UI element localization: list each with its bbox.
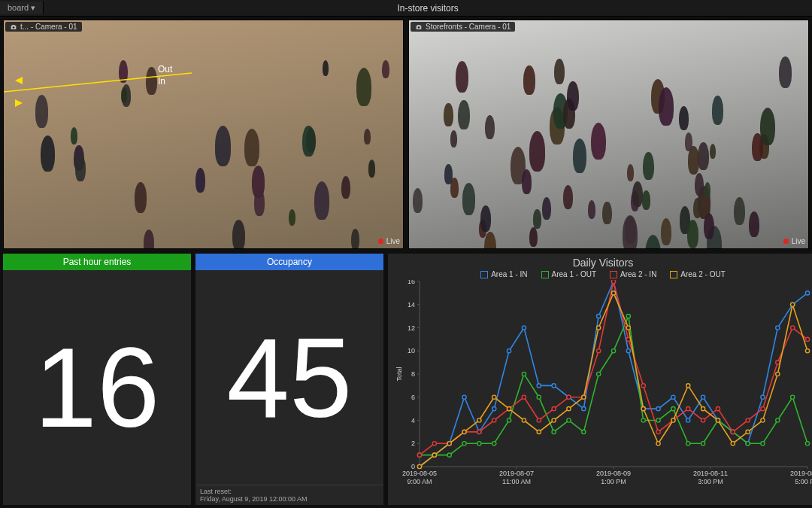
tripline-in-label: In xyxy=(158,76,165,87)
svg-point-75 xyxy=(522,372,526,376)
svg-point-114 xyxy=(701,418,704,422)
svg-point-132 xyxy=(567,407,571,411)
svg-point-86 xyxy=(686,442,690,446)
tile-occupancy-header: Occupancy xyxy=(195,254,383,270)
svg-point-136 xyxy=(626,326,630,330)
svg-point-59 xyxy=(686,418,690,422)
svg-point-50 xyxy=(552,384,556,388)
legend-item[interactable]: Area 1 - OUT xyxy=(541,270,596,278)
svg-point-77 xyxy=(552,430,556,433)
svg-point-148 xyxy=(805,349,809,353)
tile-occupancy: Occupancy 45 Last reset: Friday, August … xyxy=(195,254,383,505)
svg-point-124 xyxy=(447,442,451,446)
svg-point-141 xyxy=(701,407,704,411)
tile-entries-value: 16 xyxy=(3,270,191,505)
camera-feed-1[interactable]: t... - Camera - 01 Out In Live xyxy=(3,20,404,249)
svg-point-94 xyxy=(805,442,809,446)
svg-point-99 xyxy=(477,430,481,433)
legend-label: Area 2 - OUT xyxy=(680,270,725,278)
camera-2-live-badge: Live xyxy=(783,237,805,245)
svg-point-110 xyxy=(641,384,645,388)
svg-point-129 xyxy=(522,418,526,422)
svg-point-44 xyxy=(462,395,466,399)
svg-point-117 xyxy=(746,418,750,422)
svg-point-125 xyxy=(462,430,466,433)
last-reset-label: Last reset: xyxy=(200,488,379,495)
svg-point-84 xyxy=(656,418,660,422)
top-bar: board ▾ In-store visitors xyxy=(0,0,812,17)
svg-point-113 xyxy=(686,407,690,411)
page-title: In-store visitors xyxy=(44,3,812,14)
svg-point-85 xyxy=(671,407,675,411)
svg-point-87 xyxy=(701,442,704,446)
legend-item[interactable]: Area 2 - IN xyxy=(610,270,656,278)
svg-point-133 xyxy=(582,395,586,399)
tile-occupancy-value: 45 xyxy=(195,270,383,485)
svg-marker-3 xyxy=(15,77,23,84)
dashboard-tab[interactable]: board ▾ xyxy=(0,2,44,14)
svg-point-120 xyxy=(791,326,795,330)
svg-point-121 xyxy=(805,337,809,341)
svg-text:10: 10 xyxy=(408,347,415,354)
legend-item[interactable]: Area 2 - OUT xyxy=(670,270,725,278)
svg-point-52 xyxy=(582,407,586,411)
svg-point-126 xyxy=(477,418,481,422)
svg-text:9:00 AM: 9:00 AM xyxy=(407,478,432,485)
svg-point-47 xyxy=(507,349,511,353)
svg-point-116 xyxy=(731,430,735,433)
tripline-overlay xyxy=(4,20,403,248)
camera-1-live-text: Live xyxy=(386,237,400,245)
legend-label: Area 1 - OUT xyxy=(552,270,596,278)
svg-text:11:00 AM: 11:00 AM xyxy=(502,478,531,485)
svg-point-83 xyxy=(641,418,645,422)
svg-point-65 xyxy=(776,326,780,330)
svg-point-58 xyxy=(671,395,675,399)
svg-point-139 xyxy=(671,418,675,422)
svg-point-91 xyxy=(761,442,765,446)
svg-point-145 xyxy=(761,418,765,422)
chart-title: Daily Visitors xyxy=(394,257,812,269)
svg-point-60 xyxy=(701,395,704,399)
svg-text:4: 4 xyxy=(411,417,415,424)
svg-point-107 xyxy=(597,349,601,353)
svg-point-57 xyxy=(656,407,660,411)
tile-entries-header: Past hour entries xyxy=(3,254,191,270)
svg-point-130 xyxy=(537,430,541,433)
svg-text:6: 6 xyxy=(411,394,415,401)
tripline-out-label: Out xyxy=(158,64,172,75)
svg-point-79 xyxy=(582,430,586,433)
svg-point-64 xyxy=(761,395,765,399)
svg-point-137 xyxy=(641,407,645,411)
svg-point-134 xyxy=(597,326,601,330)
svg-text:2019-08-09: 2019-08-09 xyxy=(596,470,631,477)
svg-point-81 xyxy=(611,349,615,353)
svg-text:8: 8 xyxy=(411,370,415,378)
svg-text:2019-08-11: 2019-08-11 xyxy=(693,470,728,477)
svg-text:3:00 PM: 3:00 PM xyxy=(698,478,723,485)
svg-point-80 xyxy=(597,372,601,376)
svg-point-55 xyxy=(626,349,630,353)
last-reset-value: Friday, August 9, 2019 12:00:00 AM xyxy=(200,495,379,503)
tile-past-hour-entries: Past hour entries 16 xyxy=(3,254,191,505)
legend-swatch-icon xyxy=(670,271,677,278)
svg-point-78 xyxy=(567,418,571,422)
legend-item[interactable]: Area 1 - IN xyxy=(480,270,527,278)
svg-marker-2 xyxy=(15,99,23,107)
legend-label: Area 2 - IN xyxy=(620,270,656,278)
svg-point-115 xyxy=(716,407,720,411)
svg-text:2019-08-05: 2019-08-05 xyxy=(402,470,437,477)
svg-point-135 xyxy=(611,291,615,295)
svg-point-128 xyxy=(507,407,511,411)
camera-1-live-badge: Live xyxy=(378,237,400,245)
svg-point-140 xyxy=(686,384,690,388)
camera-feed-2[interactable]: Storefronts - Camera - 01 Live xyxy=(408,20,809,249)
tile-daily-visitors: Daily Visitors Area 1 - INArea 1 - OUTAr… xyxy=(388,254,812,505)
svg-text:16: 16 xyxy=(408,280,415,285)
svg-point-92 xyxy=(776,418,780,422)
svg-point-76 xyxy=(537,395,541,399)
svg-point-127 xyxy=(492,395,496,399)
svg-point-143 xyxy=(731,442,735,446)
svg-point-95 xyxy=(417,453,421,457)
svg-point-70 xyxy=(447,453,451,457)
svg-text:12: 12 xyxy=(408,324,415,332)
